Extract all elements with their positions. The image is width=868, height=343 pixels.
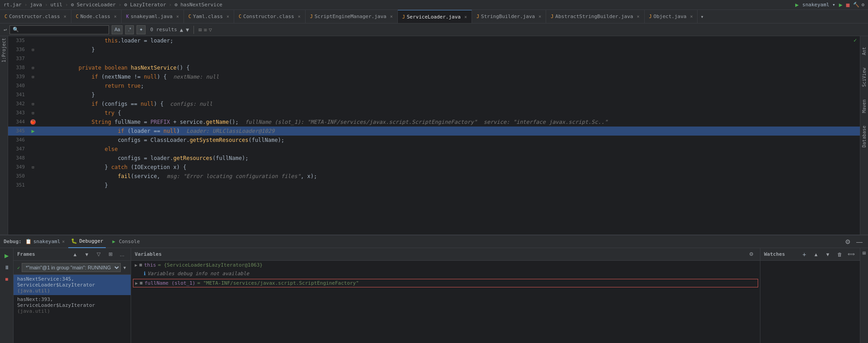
debug-session-indicator: 📋 snakeyaml ×: [25, 239, 65, 244]
filter-icon[interactable]: ⊞: [198, 27, 202, 33]
project-panel-label[interactable]: 1:Project: [1, 38, 6, 62]
breadcrumb-lazyiterator[interactable]: ⚙ LazyIterator: [124, 2, 166, 8]
expand-icon[interactable]: ▶: [135, 263, 137, 268]
tab-node-class[interactable]: C Node.class ×: [71, 10, 122, 23]
breadcrumb-serviceloader[interactable]: ⚙ ServiceLoader: [71, 2, 116, 8]
variables-panel: Variables ⚙ ▶ ≡ this = {ServiceLoader$La…: [131, 248, 760, 343]
stop-button[interactable]: ■: [2, 274, 12, 284]
breadcrumb-rt[interactable]: rt.jar: [4, 2, 22, 8]
thread-select-button[interactable]: ▾: [123, 263, 127, 273]
watches-up-button[interactable]: ▲: [811, 249, 821, 259]
stop-icon[interactable]: ■: [846, 1, 850, 8]
build-icon[interactable]: 🔨: [853, 2, 859, 8]
tab-close[interactable]: ×: [298, 14, 301, 19]
debug-settings-button[interactable]: ⚙: [843, 237, 853, 247]
tab-icon: J: [310, 14, 313, 19]
tab-label: StringBuilder.java: [481, 14, 535, 19]
tab-close[interactable]: ×: [690, 14, 693, 19]
search-bar: ↩ 🔍 Aa .* ✦ 0 results ▲ ▼ ⊞ ≡ ▽: [0, 23, 868, 36]
fold-icon[interactable]: ⊟: [32, 47, 34, 52]
tab-object[interactable]: J Object.java ×: [645, 10, 698, 23]
tab-icon: C: [189, 14, 191, 19]
tab-close[interactable]: ×: [114, 14, 117, 19]
tab-label: ScriptEngineManager.java: [315, 14, 387, 19]
ant-panel-label[interactable]: Ant: [861, 45, 868, 57]
maven-panel-label[interactable]: Maven: [861, 98, 868, 115]
sciview-panel-label[interactable]: SciView: [861, 66, 868, 89]
expand-icon[interactable]: ▶: [135, 281, 138, 286]
tab-close[interactable]: ×: [637, 14, 639, 19]
whole-word-button[interactable]: .*: [125, 25, 134, 34]
search-input-container: 🔍: [9, 25, 109, 34]
frames-up-button[interactable]: ▲: [70, 249, 80, 259]
frames-more-button[interactable]: …: [117, 249, 127, 259]
frames-filter-button[interactable]: ▽: [94, 249, 104, 259]
frames-down-button[interactable]: ▼: [82, 249, 92, 259]
debug-run-icon[interactable]: ▶: [839, 1, 843, 8]
search-input[interactable]: [21, 27, 93, 33]
tab-close[interactable]: ×: [538, 14, 541, 19]
debug-tab-debugger[interactable]: 🐛Debugger: [68, 235, 106, 248]
line-gutter[interactable]: 🍎: [28, 119, 38, 125]
tab-serviceloader[interactable]: J ServiceLoader.java ×: [398, 10, 472, 23]
tab-close[interactable]: ×: [464, 14, 467, 19]
search-nav-down[interactable]: ▼: [186, 27, 189, 33]
breakpoint-dot[interactable]: 🍎: [30, 119, 36, 125]
line-gutter: ⊟: [28, 111, 38, 115]
watches-expand-button[interactable]: ⟺: [846, 249, 856, 259]
frames-copy-button[interactable]: ⊞: [105, 249, 115, 259]
frame-item-hasnextservice[interactable]: hasNextService:345, ServiceLoader$LazyIt…: [14, 275, 131, 295]
fold-icon[interactable]: ⊟: [32, 165, 34, 169]
frame-item-hasnext[interactable]: hasNext:393, ServiceLoader$LazyIterator …: [14, 295, 131, 315]
funnel-icon[interactable]: ▽: [209, 27, 212, 33]
fold-icon[interactable]: ⊟: [32, 102, 34, 106]
debug-right-panel-toggle[interactable]: ⊞: [860, 248, 868, 343]
tab-close[interactable]: ×: [226, 14, 229, 19]
resume-button[interactable]: ▶: [2, 251, 12, 261]
watches-down-button[interactable]: ▼: [823, 249, 833, 259]
settings-icon[interactable]: ⚙: [861, 2, 864, 8]
debug-minimize-button[interactable]: —: [854, 237, 864, 247]
tab-abstractstringbuilder[interactable]: J AbstractStringBuilder.java ×: [546, 10, 644, 23]
watches-header: Watches + ▲ ▼ 🗑 ⟺: [760, 248, 860, 261]
database-panel-label[interactable]: Database: [861, 124, 868, 149]
tab-constructor-class-1[interactable]: C Constructor.class ×: [0, 10, 71, 23]
thread-dropdown[interactable]: *"main"@1 in group "main": RUNNING: [22, 263, 121, 272]
pause-button[interactable]: ⏸: [2, 263, 12, 273]
run-icon[interactable]: ▶: [795, 1, 799, 8]
var-item-this[interactable]: ▶ ≡ this = {ServiceLoader$LazyIterator@1…: [131, 261, 760, 269]
breadcrumb-hasnextservice[interactable]: ⚙ hasNextService: [175, 2, 222, 8]
tab-overflow-dropdown[interactable]: ▾: [698, 10, 706, 23]
profile-selector[interactable]: snakeyaml ▾: [802, 2, 835, 8]
variables-toolbar: ⚙: [746, 249, 756, 259]
tab-close[interactable]: ×: [64, 14, 66, 19]
filter2-icon[interactable]: ≡: [203, 27, 207, 33]
line-gutter: ⊟: [28, 66, 38, 70]
line-number: 348: [8, 154, 28, 163]
watches-add-button[interactable]: +: [799, 249, 809, 259]
variables-settings-button[interactable]: ⚙: [746, 249, 756, 259]
search-back-icon[interactable]: ↩: [4, 27, 7, 33]
breadcrumb-util[interactable]: util: [51, 2, 63, 8]
watches-delete-button[interactable]: 🗑: [835, 249, 844, 259]
search-nav-up[interactable]: ▲: [180, 27, 183, 33]
tab-stringbuilder[interactable]: J StringBuilder.java ×: [472, 10, 546, 23]
toggle-icon[interactable]: ⊞: [863, 250, 866, 256]
fold-icon[interactable]: ⊟: [32, 66, 34, 70]
tab-constructor-class-2[interactable]: C Constructor.class ×: [234, 10, 306, 23]
line-number: 350: [8, 172, 28, 181]
tab-scripenginemanager[interactable]: J ScriptEngineManager.java ×: [306, 10, 398, 23]
tab-snakeyaml-java[interactable]: K snakeyaml.java ×: [122, 10, 184, 23]
tab-close[interactable]: ×: [176, 14, 179, 19]
debug-session-close[interactable]: ×: [62, 239, 65, 244]
debug-tab-console[interactable]: ▶Console: [109, 235, 142, 248]
breadcrumb-java[interactable]: java: [30, 2, 42, 8]
fold-icon[interactable]: ⊟: [32, 111, 34, 115]
tab-close[interactable]: ×: [390, 14, 393, 19]
regex-button[interactable]: ✦: [137, 25, 146, 34]
tab-yaml-class[interactable]: C Yaml.class ×: [184, 10, 234, 23]
debug-panel: Debug: 📋 snakeyaml × 🐛Debugger ▶Console …: [0, 235, 868, 343]
var-item-fullname[interactable]: ▶ ≡ fullName (slot_1) = "META-INF/servic…: [133, 279, 758, 287]
match-case-button[interactable]: Aa: [112, 25, 123, 34]
fold-icon[interactable]: ⊟: [32, 75, 34, 79]
